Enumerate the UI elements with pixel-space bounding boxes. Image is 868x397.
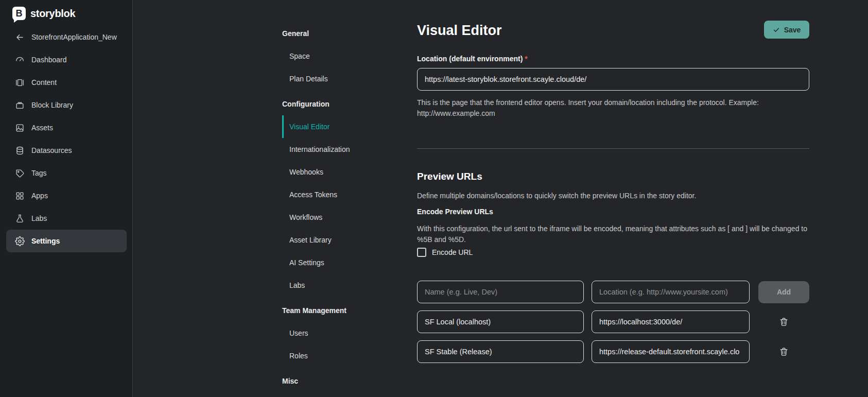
sidebar-item-label: Block Library [31, 101, 73, 109]
preview-location-input[interactable] [592, 281, 750, 303]
subnav-item-internationalization[interactable]: Internationalization [282, 138, 390, 161]
location-help-text: This is the page that the frontend edito… [417, 97, 809, 119]
preview-row-name-input[interactable] [417, 310, 584, 333]
section-divider [417, 148, 809, 149]
sidebar-item-label: Datasources [31, 146, 72, 154]
encode-preview-urls-title: Encode Preview URLs [417, 208, 493, 216]
preview-name-input[interactable] [417, 281, 584, 303]
subnav-item-label: Internationalization [289, 145, 350, 153]
location-field-label: Location (default environment)* [417, 55, 528, 63]
block-library-icon [15, 100, 25, 110]
sidebar-item-label: Tags [31, 169, 47, 177]
content-icon [15, 78, 25, 88]
subnav-section-general: General [282, 22, 390, 45]
sidebar-item-assets[interactable]: Assets [6, 116, 127, 139]
subnav-item-label: Visual Editor [289, 123, 329, 131]
preview-url-rows: Add [417, 281, 809, 370]
subnav-item-roles[interactable]: Roles [282, 344, 390, 367]
preview-row-location-input[interactable] [592, 340, 750, 363]
subnav-item-label: Roles [289, 352, 308, 360]
subnav-item-label: Labs [289, 281, 305, 289]
preview-urls-title: Preview URLs [417, 171, 482, 182]
sidebar-item-datasources[interactable]: Datasources [6, 139, 127, 162]
save-button[interactable]: Save [764, 21, 809, 39]
subnav-section-team-management: Team Management [282, 299, 390, 322]
preview-row-location-input[interactable] [592, 310, 750, 333]
labs-icon [15, 214, 25, 223]
encode-url-checkbox-label: Encode URL [432, 248, 473, 256]
subnav-item-users[interactable]: Users [282, 322, 390, 344]
sidebar-back-label: StorefrontApplication_New [31, 33, 117, 41]
sidebar-item-settings[interactable]: Settings [6, 230, 127, 252]
delete-row-button[interactable] [776, 343, 792, 360]
encode-preview-urls-description: With this configuration, the url sent to… [417, 223, 809, 245]
sidebar-item-tags[interactable]: Tags [6, 162, 127, 184]
storyblok-logo: B storyblok [12, 7, 75, 20]
preview-url-row [417, 340, 809, 363]
subnav-item-label: Plan Details [289, 75, 328, 83]
sidebar-item-label: Labs [31, 214, 47, 222]
required-asterisk: * [525, 55, 527, 63]
datasources-icon [15, 146, 25, 156]
sidebar-item-apps[interactable]: Apps [6, 184, 127, 207]
subnav-item-label: Asset Library [289, 236, 332, 244]
subnav-item-label: Users [289, 329, 308, 337]
sidebar-item-label: Dashboard [31, 56, 67, 64]
subnav-item-label: Webhooks [289, 168, 323, 176]
sidebar-item-label: Content [31, 78, 57, 87]
arrow-left-icon [15, 32, 25, 42]
subnav-item-workflows[interactable]: Workflows [282, 206, 390, 229]
sidebar-item-label: Apps [31, 192, 48, 200]
subnav-item-webhooks[interactable]: Webhooks [282, 161, 390, 183]
sidebar: B storyblok StorefrontApplication_New Da… [0, 0, 133, 397]
subnav-item-label: AI Settings [289, 258, 324, 267]
page-title: Visual Editor [417, 23, 502, 39]
subnav-item-ai-settings[interactable]: AI Settings [282, 251, 390, 274]
trash-icon [779, 347, 789, 357]
sidebar-item-label: Assets [31, 124, 53, 132]
subnav-item-labs[interactable]: Labs [282, 274, 390, 297]
sidebar-item-labs[interactable]: Labs [6, 207, 127, 230]
tags-icon [15, 168, 25, 178]
dashboard-icon [15, 55, 25, 65]
preview-url-row [417, 310, 809, 333]
apps-icon [15, 191, 25, 201]
subnav-section-misc: Misc [282, 370, 390, 392]
preview-row-name-input[interactable] [417, 340, 584, 363]
subnav-item-label: Space [289, 52, 310, 60]
sidebar-item-content[interactable]: Content [6, 71, 127, 94]
sidebar-nav: StorefrontApplication_New DashboardConte… [6, 26, 127, 252]
subnav-item-label: Workflows [289, 213, 322, 221]
subnav-section-configuration: Configuration [282, 93, 390, 115]
subnav-item-label: Access Tokens [289, 191, 337, 199]
delete-row-button[interactable] [776, 314, 792, 330]
subnav-item-access-tokens[interactable]: Access Tokens [282, 183, 390, 206]
main-content: Visual Editor Save Location (default env… [417, 0, 809, 397]
preview-urls-description: Define multiple domains/locations to qui… [417, 192, 809, 200]
encode-url-checkbox-row[interactable]: Encode URL [417, 248, 473, 257]
sidebar-item-label: Settings [31, 237, 60, 245]
check-icon [773, 26, 780, 33]
sidebar-back-item[interactable]: StorefrontApplication_New [6, 26, 127, 48]
settings-subnav: GeneralSpacePlan DetailsConfigurationVis… [282, 22, 390, 392]
storyblok-logo-icon: B [12, 7, 26, 20]
encode-url-checkbox[interactable] [417, 248, 426, 257]
sidebar-item-block-library[interactable]: Block Library [6, 94, 127, 116]
storyblok-wordmark: storyblok [30, 8, 75, 20]
settings-icon [15, 236, 25, 246]
subnav-item-asset-library[interactable]: Asset Library [282, 229, 390, 251]
subnav-item-space[interactable]: Space [282, 45, 390, 67]
trash-icon [779, 317, 789, 327]
subnav-item-plan-details[interactable]: Plan Details [282, 67, 390, 90]
preview-url-new-row: Add [417, 281, 809, 303]
sidebar-item-dashboard[interactable]: Dashboard [6, 48, 127, 71]
assets-icon [15, 123, 25, 133]
location-input[interactable] [417, 68, 809, 91]
add-button[interactable]: Add [758, 281, 809, 303]
subnav-item-visual-editor[interactable]: Visual Editor [282, 115, 390, 138]
save-button-label: Save [784, 26, 801, 34]
